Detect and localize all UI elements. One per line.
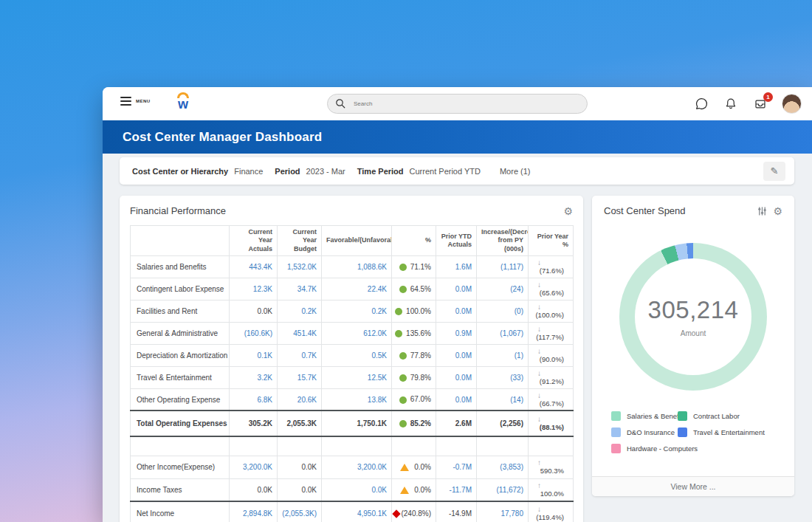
drillable-value-link[interactable]: 2,894.8K: [243, 509, 272, 518]
sliders-icon[interactable]: [757, 206, 767, 216]
drillable-value-link[interactable]: 34.7K: [297, 285, 317, 293]
cell[interactable]: (1): [477, 344, 529, 366]
cell[interactable]: 0.2K: [278, 300, 322, 322]
cell[interactable]: 0.5K: [322, 344, 392, 366]
cell[interactable]: 22.4K: [322, 278, 392, 300]
drillable-value-link[interactable]: 0.9M: [455, 329, 472, 337]
drillable-value-link[interactable]: 22.4K: [368, 285, 387, 293]
legend-item[interactable]: D&O Insurance: [611, 427, 678, 437]
drillable-value-link[interactable]: 12.3K: [253, 285, 272, 293]
cell[interactable]: (0): [477, 300, 529, 322]
chat-button[interactable]: [693, 96, 709, 112]
cell[interactable]: 12.3K: [230, 278, 278, 300]
cell[interactable]: (11,672): [477, 478, 529, 501]
drillable-value-link[interactable]: 612.0K: [363, 329, 387, 337]
drillable-value-link[interactable]: 3,200.0K: [243, 463, 272, 471]
cell[interactable]: 0.1K: [230, 344, 278, 366]
drillable-value-link[interactable]: 0.2K: [371, 307, 387, 315]
drillable-value-link[interactable]: 13.8K: [368, 396, 387, 404]
cell[interactable]: 0.0M: [436, 344, 477, 366]
cell[interactable]: (1,117): [477, 255, 529, 278]
drillable-value-link[interactable]: (14): [510, 396, 523, 404]
drillable-value-link[interactable]: 17,780: [500, 509, 523, 518]
search-input[interactable]: [354, 100, 546, 107]
drillable-value-link[interactable]: 1,088.6K: [357, 263, 387, 271]
cell[interactable]: (3,853): [477, 456, 529, 478]
cell[interactable]: 4,950.1K: [322, 501, 392, 522]
spend-donut-chart[interactable]: 305,214 Amount: [619, 243, 767, 391]
cell[interactable]: 13.8K: [322, 388, 392, 411]
drillable-value-link[interactable]: 20.6K: [297, 396, 317, 404]
drillable-value-link[interactable]: (33): [510, 374, 523, 382]
cell[interactable]: (14): [477, 388, 529, 411]
cell[interactable]: 34.7K: [278, 278, 322, 300]
gear-icon[interactable]: ⚙: [563, 206, 573, 216]
view-more-button[interactable]: View More ...: [592, 476, 794, 496]
cell[interactable]: -0.7M: [436, 456, 477, 478]
drillable-value-link[interactable]: 0.5K: [371, 351, 387, 360]
cell[interactable]: 0.9M: [436, 322, 477, 344]
legend-item[interactable]: Contract Labor: [678, 411, 740, 421]
drillable-value-link[interactable]: 3.2K: [257, 374, 272, 382]
cell[interactable]: 0.0M: [436, 278, 477, 300]
notifications-button[interactable]: [723, 96, 739, 112]
cell[interactable]: -11.7M: [436, 478, 477, 501]
drillable-value-link[interactable]: (1): [515, 351, 523, 360]
drillable-value-link[interactable]: 0.0M: [455, 351, 472, 360]
drillable-value-link[interactable]: (3,853): [500, 463, 523, 471]
legend-item[interactable]: Salaries & Benefits: [611, 411, 678, 421]
drillable-value-link[interactable]: 0.1K: [257, 351, 272, 360]
drillable-value-link[interactable]: 0.0K: [371, 486, 387, 494]
drillable-value-link[interactable]: (2,055.3K): [282, 509, 317, 518]
drillable-value-link[interactable]: 0.7K: [301, 351, 317, 360]
cell[interactable]: 15.7K: [278, 366, 322, 388]
menu-button[interactable]: MENU: [120, 97, 151, 106]
cell[interactable]: 0.2K: [322, 300, 392, 322]
cell[interactable]: 0.0M: [436, 366, 477, 388]
drillable-value-link[interactable]: -11.7M: [450, 486, 472, 494]
filter-value[interactable]: Finance: [234, 167, 263, 176]
cell[interactable]: 20.6K: [278, 388, 322, 411]
drillable-value-link[interactable]: 15.7K: [297, 374, 317, 382]
avatar[interactable]: [782, 94, 802, 114]
cell[interactable]: 0.0M: [436, 300, 477, 322]
cell[interactable]: 1.6M: [436, 255, 477, 278]
legend-item[interactable]: Hardware - Computers: [611, 444, 678, 453]
drillable-value-link[interactable]: -0.7M: [453, 463, 472, 471]
cell[interactable]: 0.0M: [436, 388, 477, 411]
drillable-value-link[interactable]: 4,950.1K: [357, 509, 387, 518]
financial-table[interactable]: Current Year ActualsCurrent Year BudgetF…: [130, 225, 574, 522]
drillable-value-link[interactable]: 1.6M: [455, 263, 472, 271]
cell[interactable]: 2,894.8K: [230, 501, 278, 522]
filter-value[interactable]: 2023 - Mar: [306, 167, 345, 176]
cell[interactable]: 1,532.0K: [278, 255, 322, 278]
cell[interactable]: 6.8K: [230, 388, 278, 411]
cell[interactable]: 0.7K: [278, 344, 322, 366]
edit-filters-button[interactable]: ✎: [763, 162, 785, 181]
drillable-value-link[interactable]: 443.4K: [249, 263, 272, 271]
cell[interactable]: 451.4K: [278, 322, 322, 344]
filter-more-link[interactable]: More (1): [500, 167, 531, 176]
workday-logo[interactable]: w: [173, 92, 193, 109]
cell[interactable]: (33): [477, 366, 529, 388]
cell[interactable]: (2,055.3K): [278, 501, 322, 522]
cell[interactable]: 17,780: [477, 501, 529, 522]
cell[interactable]: (1,067): [477, 322, 529, 344]
cell[interactable]: 443.4K: [230, 255, 278, 278]
drillable-value-link[interactable]: (1,117): [500, 263, 523, 271]
cell[interactable]: 3,200.0K: [230, 456, 278, 478]
cell[interactable]: 12.5K: [322, 366, 392, 388]
drillable-value-link[interactable]: 0.0M: [455, 396, 472, 404]
cell[interactable]: 3,200.0K: [322, 456, 392, 478]
cell[interactable]: 1,088.6K: [322, 255, 392, 278]
filter-value[interactable]: Current Period YTD: [410, 167, 481, 176]
search-bar[interactable]: [327, 94, 588, 114]
drillable-value-link[interactable]: 0.0M: [455, 374, 472, 382]
inbox-button[interactable]: 1: [752, 96, 768, 112]
drillable-value-link[interactable]: (11,672): [496, 486, 523, 494]
cell[interactable]: (24): [477, 278, 529, 300]
cell[interactable]: 0.0K: [322, 478, 392, 501]
drillable-value-link[interactable]: 12.5K: [368, 374, 387, 382]
drillable-value-link[interactable]: 0.2K: [301, 307, 317, 315]
drillable-value-link[interactable]: 451.4K: [293, 329, 317, 337]
